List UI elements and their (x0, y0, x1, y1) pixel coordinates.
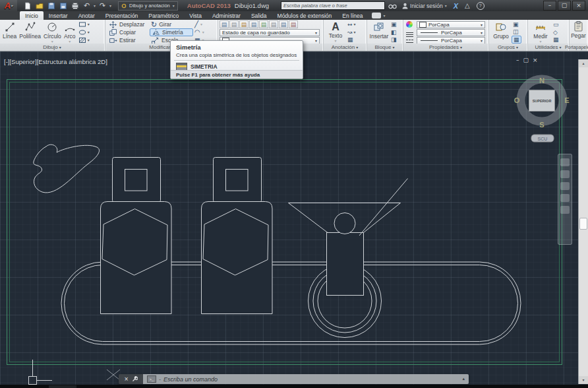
vertical-scrollbar[interactable]: ▴ ▾ (578, 59, 588, 384)
sign-in-button[interactable]: Iniciar sesión ▾ (402, 3, 447, 9)
bottle2-cap[interactable] (214, 158, 262, 203)
panel-label-propiedades[interactable]: Propiedades▾ (403, 44, 488, 51)
bottle2-body[interactable] (202, 202, 273, 314)
close-icon[interactable]: × (124, 377, 129, 382)
arco-button[interactable]: Arco ▾ (63, 20, 77, 44)
panel-label-grupos[interactable]: Grupos▾ (489, 44, 527, 51)
full-nav-wheel-icon[interactable] (560, 158, 570, 166)
dimension-tool-button[interactable]: ↔▾ (346, 21, 357, 28)
tab-parametrico[interactable]: Paramétrico (143, 11, 184, 20)
panel-label-dibujo[interactable]: Dibujo▾ (0, 44, 104, 51)
save-as-button[interactable] (58, 1, 68, 10)
doc-restore-button[interactable]: ▢ (523, 57, 529, 63)
scroll-up-icon[interactable]: ▴ (579, 59, 588, 67)
layer-isolate-icon[interactable]: ▤ (239, 20, 249, 28)
simetria-button[interactable]: Simetría (150, 28, 193, 36)
new-file-button[interactable] (22, 1, 32, 10)
linea-button[interactable]: Línea (1, 20, 18, 44)
panel-label-utilidades[interactable]: Utilidades▾ (528, 44, 568, 51)
minimize-button[interactable]: – (543, 1, 556, 11)
block-edit-button[interactable]: ▣ (390, 21, 398, 28)
scroll-down-icon[interactable]: ▾ (579, 376, 588, 384)
exchange-apps-icon[interactable]: X (454, 2, 458, 10)
lineweight-dropdown[interactable]: PorCapa ▾ (417, 29, 485, 36)
plot-button[interactable] (70, 1, 80, 10)
object-color-button[interactable] (405, 21, 415, 28)
block-attrib-button[interactable]: ◨ (390, 36, 398, 44)
color-dropdown[interactable]: PorCapa ▾ (417, 21, 485, 28)
trim-button[interactable]: ╱▾ (193, 20, 212, 28)
table-tool-button[interactable]: ▦ (346, 36, 357, 44)
search-binoculars-icon[interactable] (388, 3, 397, 9)
orbit-icon[interactable] (560, 194, 570, 202)
panel-label-anotacion[interactable]: Anotación▾ (324, 44, 366, 51)
layer-lock-icon[interactable]: ▤ (259, 20, 268, 28)
command-input[interactable]: >_ - Escriba un comando ▴ (143, 374, 469, 384)
rectangle-tool-button[interactable]: ▾ (77, 21, 91, 28)
chevron-down-icon[interactable]: ▾ (383, 14, 385, 18)
circulo-button[interactable]: Círculo ▾ (42, 20, 63, 44)
redo-button[interactable]: ↷ (98, 1, 107, 10)
doc-minimize-button[interactable]: – (516, 57, 519, 63)
app-menu-button[interactable]: A▾ (0, 0, 17, 11)
tab-administrar[interactable]: Administrar (207, 11, 246, 20)
filler-head-circle[interactable] (334, 213, 355, 234)
redo-dropdown-arrow-icon[interactable]: ▾ (109, 4, 111, 8)
tab-salida[interactable]: Salida (246, 11, 272, 20)
compass-south[interactable]: S (539, 121, 544, 129)
hatch-tool-button[interactable]: ▾ (77, 36, 91, 44)
tab-inicio[interactable]: Inicio (20, 11, 44, 20)
layer-off-icon[interactable]: ▤ (229, 20, 239, 28)
open-file-button[interactable] (34, 1, 44, 10)
panel-label-portapapeles[interactable]: Portapapeles (570, 44, 587, 51)
layer-state-dropdown[interactable]: Estado de capa no guardado ▾ (220, 29, 320, 36)
ungroup-button[interactable]: ▣ (512, 21, 521, 28)
command-line-bar[interactable]: × >_ - Escriba un comando ▴ (119, 374, 469, 384)
layer-state-icon[interactable]: ▤ (289, 20, 298, 28)
medir-button[interactable]: Medir ▾ (529, 20, 552, 44)
maximize-button[interactable]: ▢ (558, 1, 571, 11)
bottle1-body[interactable] (101, 202, 172, 314)
tab-modulos[interactable]: Módulos de extensión (272, 11, 338, 20)
leader-tool-button[interactable]: ↝▾ (346, 29, 357, 36)
block-create-button[interactable]: ◧ (390, 29, 398, 36)
viewport-controls-label[interactable]: [-][Superior][Estructura alámbrica 2D] (4, 58, 107, 65)
scrollbar-thumb[interactable] (579, 218, 587, 230)
panel-label-bloque[interactable]: Bloque▾ (367, 44, 402, 51)
help-icon[interactable]: ? (477, 2, 485, 10)
tab-extra-icon[interactable] (372, 13, 381, 18)
command-history-arrow-icon[interactable]: ▴ (462, 377, 465, 381)
insertar-button[interactable]: Insertar (368, 20, 390, 44)
linetype-button[interactable] (405, 36, 415, 44)
doc-close-button[interactable]: × (533, 57, 538, 63)
navigation-bar[interactable] (558, 154, 572, 245)
layer-match-icon[interactable]: ▤ (269, 20, 278, 28)
search-input[interactable]: Escriba palabra clave o frase (281, 1, 385, 10)
compass-north[interactable]: N (539, 77, 544, 84)
tab-anotar[interactable]: Anotar (73, 11, 100, 20)
layer-freeze-icon[interactable]: ▤ (249, 20, 258, 28)
showmotion-icon[interactable] (560, 206, 570, 214)
zoom-icon[interactable] (560, 182, 570, 190)
quick-select-button[interactable]: ▭ (552, 21, 560, 28)
lineweight-button[interactable] (405, 29, 415, 36)
bottle1-cap[interactable] (113, 158, 161, 203)
spline-blob[interactable] (34, 145, 100, 193)
tab-insertar[interactable]: Insertar (44, 11, 73, 20)
undo-dropdown-arrow-icon[interactable]: ▾ (94, 4, 96, 8)
ellipse-tool-button[interactable]: ▾ (77, 29, 91, 36)
desplazar-button[interactable]: Desplazar (107, 20, 150, 28)
save-button[interactable] (46, 1, 56, 10)
layer-properties-icon[interactable]: ▤ (220, 20, 229, 28)
polilinea-button[interactable]: Polilínea (18, 20, 42, 44)
copiar-button[interactable]: Copiar (107, 28, 150, 36)
wrench-icon[interactable] (132, 376, 138, 382)
grupo-button[interactable]: Grupo (490, 20, 512, 44)
layer-prev-icon[interactable]: ▤ (279, 20, 288, 28)
point-tool-button[interactable]: ◇ (552, 29, 560, 36)
compass-east[interactable]: E (564, 96, 569, 104)
close-button[interactable]: × (572, 1, 585, 11)
compass-west[interactable]: O (514, 96, 520, 104)
pegar-button[interactable]: Pegar (571, 20, 586, 39)
drawing-canvas[interactable]: N E S O SUPERIOR SCU (0, 51, 588, 385)
